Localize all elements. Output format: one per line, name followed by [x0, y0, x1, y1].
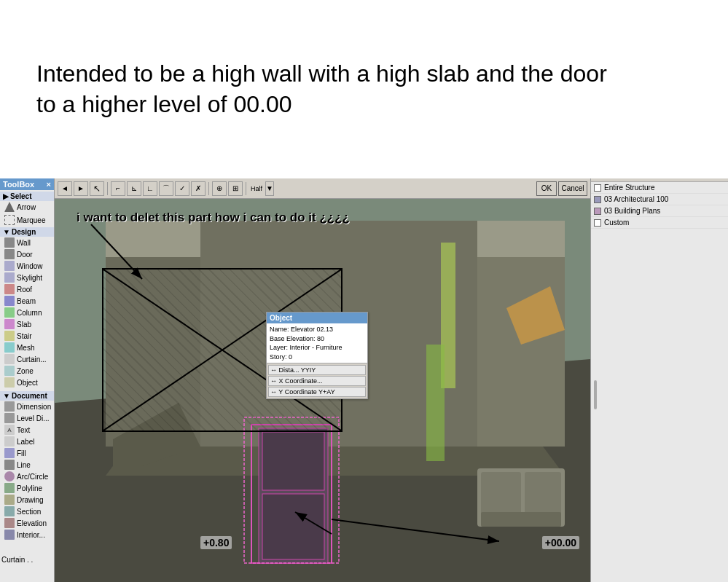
- popup-distance-item[interactable]: ↔ Dista... YYIY: [268, 365, 366, 375]
- toolbar-grid-btn[interactable]: ⊞: [228, 181, 243, 196]
- window-icon: [4, 261, 15, 271]
- arrow-icon: [4, 202, 15, 212]
- app-area: ToolBox × ▶ Select Arrow Marquee ▼ Desig…: [0, 178, 728, 582]
- viewport-toolbar: ◄ ► ↖ ⌐ ⊾ ∟ ⌒ ✓ ✗ ⊕ ⊞ Half ▼ OK Cancel: [55, 178, 590, 199]
- toolbar-draw-btn1[interactable]: ⌐: [111, 181, 125, 196]
- arch-icon: [594, 196, 601, 203]
- popup-toolbar: ↔ Dista... YYIY ↔ X Coordinate... ↔ Y Co…: [267, 363, 367, 398]
- label-icon: [4, 436, 15, 447]
- toolbar-draw-btn2[interactable]: ⊾: [127, 181, 141, 196]
- toolbox-item-line[interactable]: Line: [0, 459, 54, 471]
- toolbox: ToolBox × ▶ Select Arrow Marquee ▼ Desig…: [0, 178, 55, 582]
- toolbar-draw-btn3[interactable]: ∟: [143, 181, 157, 196]
- toolbox-item-fill[interactable]: Fill: [0, 447, 54, 459]
- toolbar-draw-btn4[interactable]: ⌒: [159, 181, 173, 196]
- elevation-label-080: +0.80: [200, 536, 232, 549]
- toolbox-header: ToolBox ×: [0, 178, 54, 190]
- toolbox-item-interior[interactable]: Interior...: [0, 529, 54, 540]
- toolbox-item-elevation[interactable]: Elevation: [0, 517, 54, 529]
- toolbar-snap-btn[interactable]: ⊕: [212, 181, 227, 196]
- zone-icon: [4, 366, 15, 376]
- popup-row-name: Name: Elevator 02.13: [270, 325, 364, 334]
- svg-rect-11: [262, 494, 324, 559]
- popup-row-layer: Layer: Interior - Furniture: [270, 343, 364, 353]
- toolbox-item-object[interactable]: Object: [0, 377, 54, 388]
- toolbox-item-arrow[interactable]: Arrow: [0, 201, 54, 213]
- drawing-icon: [4, 495, 15, 505]
- interior-icon: [4, 530, 15, 540]
- toolbox-item-polyline[interactable]: Polyline: [0, 482, 54, 494]
- section-header-select[interactable]: ▶ Select: [0, 192, 54, 201]
- polyline-icon: [4, 483, 15, 493]
- object-info-popup: Object Name: Elevator 02.13 Base Elevati…: [266, 312, 368, 399]
- elevation-label-0000: +00.00: [542, 536, 579, 549]
- popup-header: Object: [267, 312, 367, 323]
- right-panel: Entire Structure 03 Architectural 100 03…: [590, 178, 728, 582]
- toolbox-item-label[interactable]: Label: [0, 436, 54, 447]
- toolbox-item-window[interactable]: Window: [0, 260, 54, 272]
- toolbar-nav-btn2[interactable]: ►: [74, 181, 88, 196]
- toolbox-item-door[interactable]: Door: [0, 248, 54, 260]
- object-icon: [4, 377, 15, 388]
- line-icon: [4, 460, 15, 470]
- leveldi-icon: [4, 413, 15, 423]
- toolbox-section-document: ▼ Document Dimension Level Di... A Text …: [0, 390, 54, 542]
- toolbar-sep1: [107, 182, 108, 195]
- toolbox-item-section[interactable]: Section: [0, 506, 54, 517]
- scene-area[interactable]: i want to delet this part how i can to d…: [55, 199, 590, 582]
- toolbox-section-select: ▶ Select Arrow: [0, 190, 54, 214]
- toolbox-item-skylight[interactable]: Skylight: [0, 272, 54, 283]
- main-viewport[interactable]: ◄ ► ↖ ⌐ ⊾ ∟ ⌒ ✓ ✗ ⊕ ⊞ Half ▼ OK Cancel: [55, 178, 590, 582]
- popup-ycoord-item[interactable]: ↔ Y Coordinate Y+AY: [268, 387, 366, 397]
- cancel-button[interactable]: Cancel: [558, 181, 587, 196]
- toolbar-sep3: [246, 182, 246, 195]
- ok-button[interactable]: OK: [536, 181, 557, 196]
- mesh-icon: [4, 342, 15, 353]
- section-header-document[interactable]: ▼ Document: [0, 391, 54, 401]
- fill-icon: [4, 448, 15, 458]
- popup-xcoord-item[interactable]: ↔ X Coordinate...: [268, 376, 366, 386]
- toolbox-item-dimension[interactable]: Dimension: [0, 401, 54, 412]
- right-panel-building-plans[interactable]: 03 Building Plans: [591, 205, 728, 217]
- curtain-icon: [4, 354, 15, 364]
- right-panel-architectural[interactable]: 03 Architectural 100: [591, 194, 728, 205]
- plans-icon: [594, 208, 601, 215]
- annotation-text: Intended to be a high wall with a high s…: [36, 59, 619, 119]
- curtain-bottom-label: Curtain . .: [1, 556, 33, 564]
- beam-icon: [4, 296, 15, 306]
- toolbox-item-column[interactable]: Column: [0, 307, 54, 318]
- section-icon: [4, 506, 15, 516]
- section-header-design[interactable]: ▼ Design: [0, 227, 54, 237]
- toolbox-item-curtain[interactable]: Curtain...: [0, 353, 54, 365]
- toolbox-item-marquee[interactable]: Marquee: [0, 214, 54, 226]
- toolbox-item-stair[interactable]: Stair: [0, 330, 54, 342]
- marquee-icon: [4, 215, 15, 225]
- popup-row-story: Story: 0: [270, 353, 364, 362]
- toolbox-item-arc[interactable]: Arc/Circle: [0, 471, 54, 482]
- toolbox-item-drawing[interactable]: Drawing: [0, 494, 54, 506]
- right-panel-entire-structure[interactable]: Entire Structure: [591, 182, 728, 194]
- slab-icon: [4, 319, 15, 329]
- toolbox-item-leveldi[interactable]: Level Di...: [0, 412, 54, 424]
- toolbox-title: ToolBox: [3, 180, 34, 189]
- toolbox-item-wall[interactable]: Wall: [0, 237, 54, 248]
- toolbar-dropdown-btn[interactable]: ▼: [265, 181, 274, 196]
- toolbox-item-text[interactable]: A Text: [0, 424, 54, 436]
- toolbar-x-btn[interactable]: ✗: [191, 181, 206, 196]
- annotation-area: Intended to be a high wall with a high s…: [0, 0, 728, 178]
- toolbox-item-slab[interactable]: Slab: [0, 318, 54, 330]
- popup-body: Name: Elevator 02.13 Base Elevation: 80 …: [267, 323, 367, 363]
- resize-handle[interactable]: [594, 380, 597, 409]
- toolbox-item-beam[interactable]: Beam: [0, 295, 54, 307]
- svg-rect-10: [262, 432, 324, 490]
- toolbar-check-btn[interactable]: ✓: [175, 181, 189, 196]
- toolbox-item-zone[interactable]: Zone: [0, 365, 54, 377]
- toolbox-item-roof[interactable]: Roof: [0, 283, 54, 295]
- toolbox-close-btn[interactable]: ×: [47, 180, 51, 189]
- toolbar-cursor-btn[interactable]: ↖: [90, 181, 104, 196]
- roof-icon: [4, 284, 15, 294]
- toolbox-item-mesh[interactable]: Mesh: [0, 342, 54, 353]
- toolbar-nav-btn[interactable]: ◄: [58, 181, 72, 196]
- right-panel-custom[interactable]: Custom: [591, 217, 728, 229]
- toolbox-section-design: ▼ Design Wall Door Window Skylight Ro: [0, 226, 54, 390]
